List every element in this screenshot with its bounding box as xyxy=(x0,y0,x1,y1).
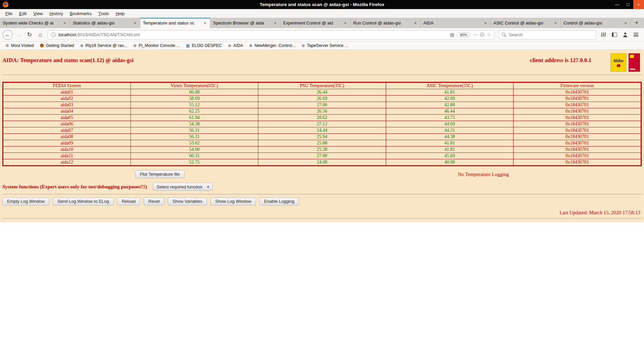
col-header-firmware: Firmware version xyxy=(514,82,641,89)
fee64-system-cell: aida12 xyxy=(3,159,131,166)
bookmark-label: Pi_Monitor Console ... xyxy=(139,43,180,48)
account-icon[interactable] xyxy=(621,30,630,40)
bookmark-rly16-service[interactable]: ⊕ Rly16 Service @ ras... xyxy=(77,42,130,50)
reader-mode-icon[interactable]: ▤ xyxy=(450,32,454,37)
tab-label: System wide Checks @ ai xyxy=(3,20,62,25)
empty-log-window-button[interactable]: Empty Log Window xyxy=(2,197,49,205)
tab-system-wide-checks[interactable]: System wide Checks @ ai × xyxy=(0,18,70,28)
fee64-system-cell: aida04 xyxy=(3,108,131,115)
reload-page-button[interactable]: Reload xyxy=(117,197,140,205)
bookmark-pi-monitor-console[interactable]: ⊕ Pi_Monitor Console ... xyxy=(130,42,182,50)
bookmark-label: NewMerger: Control... xyxy=(255,43,296,48)
site-info-icon[interactable]: i xyxy=(51,33,56,37)
back-button[interactable]: ← xyxy=(3,30,13,40)
tab-close-icon[interactable]: × xyxy=(413,21,418,25)
tab-label: Run Control @ aidas-gsi xyxy=(353,20,413,25)
virtex-temp-cell: 54.00 xyxy=(130,146,258,153)
tab-close-icon[interactable]: × xyxy=(553,21,558,25)
show-log-window-button[interactable]: Show Log Window xyxy=(210,197,256,205)
bookmark-getting-started[interactable]: Getting Started xyxy=(37,42,77,50)
search-input[interactable] xyxy=(509,32,593,37)
virtex-temp-cell: 53.62 xyxy=(130,140,258,146)
page-content: Midas AIDA: Temperature and status scan(… xyxy=(0,50,644,222)
menu-file[interactable]: File xyxy=(2,9,16,18)
globe-icon: ⊕ xyxy=(133,44,137,48)
firmware-cell: 0x18430701 xyxy=(514,140,641,146)
firmware-cell: 0x18430701 xyxy=(514,102,641,108)
menu-help[interactable]: Help xyxy=(112,9,128,18)
tab-close-icon[interactable]: × xyxy=(62,21,67,25)
asic-temp-cell: 43.75 xyxy=(386,115,514,121)
show-variables-button[interactable]: Show Variables xyxy=(168,197,207,205)
sidebar-toggle-icon[interactable] xyxy=(610,30,619,40)
close-button[interactable]: × xyxy=(633,0,644,9)
table-row: aida07 56.31 24.44 44.31 0x18430701 xyxy=(3,127,641,134)
tab-close-icon[interactable]: × xyxy=(483,21,488,25)
new-tab-button[interactable]: + xyxy=(631,18,642,28)
firmware-cell: 0x18430701 xyxy=(514,153,641,159)
function-select[interactable]: Select required function ▾ xyxy=(153,183,213,191)
fee64-system-cell: aida01 xyxy=(3,89,131,96)
maximize-button[interactable]: □ xyxy=(623,0,633,9)
tab-close-icon[interactable]: × xyxy=(273,21,277,25)
menu-bookmarks[interactable]: Bookmarks xyxy=(66,9,95,18)
page-actions-icon[interactable]: ⋯ xyxy=(473,32,477,37)
table-row: aida09 53.62 25.88 41.81 0x18430701 xyxy=(3,140,641,146)
tab-label: Control @ aidas-gsi xyxy=(564,20,623,25)
menu-view[interactable]: View xyxy=(30,9,46,18)
bookmark-newmerger-control[interactable]: ⊕ NewMerger: Control... xyxy=(247,42,298,50)
globe-icon: ⊕ xyxy=(80,44,84,48)
tab-spectrum-browser[interactable]: Spectrum Browser @ aida × xyxy=(210,18,280,28)
hamburger-menu-icon[interactable] xyxy=(631,30,641,40)
pocket-icon[interactable] xyxy=(480,33,484,37)
forward-button[interactable]: → xyxy=(13,30,24,40)
tab-bar: System wide Checks @ ai × Statistics @ a… xyxy=(0,18,644,28)
tab-aida[interactable]: AIDA × xyxy=(421,18,491,28)
send-log-window-to-elog-button[interactable]: Send Log Window to ELog xyxy=(53,197,114,205)
firmware-cell: 0x18430701 xyxy=(514,115,641,121)
asic-temp-cell: 41.81 xyxy=(386,89,514,96)
system-functions-label: System functions (Expert users only for … xyxy=(2,184,147,190)
tab-asic-control[interactable]: ASIC Control @ aidas-gsi × xyxy=(491,18,561,28)
enable-logging-button[interactable]: Enable Logging xyxy=(259,197,299,205)
tab-temperature-status-scan[interactable]: Temperature and status sc × xyxy=(140,18,210,28)
bookmark-tapeserver-service[interactable]: ⊕ TapeServer Service ... xyxy=(299,42,351,50)
fee64-system-cell: aida11 xyxy=(3,153,131,159)
bookmark-elog-despec[interactable]: ▦ ELOG DESPEC xyxy=(183,42,224,50)
bookmark-label: ELOG DESPEC xyxy=(192,43,222,48)
tab-close-icon[interactable]: × xyxy=(203,21,207,25)
tab-close-icon[interactable]: × xyxy=(132,21,137,25)
psu-temp-cell: 24.44 xyxy=(258,127,386,134)
tab-experiment-control[interactable]: Experiment Control @ aid × xyxy=(280,18,351,28)
tab-close-icon[interactable]: × xyxy=(343,21,347,25)
tab-close-icon[interactable]: × xyxy=(623,21,628,25)
plot-temperature-file-button[interactable]: Plot Temperature file xyxy=(135,170,184,178)
search-bar[interactable] xyxy=(498,30,596,40)
midas-logo-accent xyxy=(617,64,620,67)
tab-label: Statistics @ aidas-gsi xyxy=(73,20,132,25)
tab-statistics[interactable]: Statistics @ aidas-gsi × xyxy=(70,18,140,28)
bookmark-aida[interactable]: ⊕ AIDA xyxy=(225,42,246,50)
temperature-table: FEE64 System Virtex Temperature(65C) PSU… xyxy=(2,82,642,166)
reload-button[interactable]: ↻ xyxy=(24,30,35,40)
menu-edit[interactable]: Edit xyxy=(16,9,30,18)
url-bar[interactable]: i localhost:8015/AIDA/TSCAN/TSCAN.tml ▤ … xyxy=(48,30,494,40)
bookmark-star-icon[interactable]: ☆ xyxy=(487,32,491,37)
minimize-button[interactable]: — xyxy=(612,0,623,9)
asic-temp-cell: 44.31 xyxy=(386,127,514,134)
home-button[interactable]: ⌂ xyxy=(35,30,46,40)
tab-run-control[interactable]: Run Control @ aidas-gsi × xyxy=(351,18,421,28)
virtex-temp-cell: 52.75 xyxy=(130,159,258,166)
fee64-system-cell: aida10 xyxy=(3,146,131,153)
tab-control[interactable]: Control @ aidas-gsi × xyxy=(561,18,631,28)
navigation-bar: ← → ↻ ⌂ i localhost:8015/AIDA/TSCAN/TSCA… xyxy=(0,28,644,41)
zoom-level-indicator[interactable]: 80% xyxy=(457,32,470,38)
page-header: AIDA: Temperature and status scan(1.12) … xyxy=(2,50,642,64)
library-icon[interactable] xyxy=(599,30,608,40)
menu-tools[interactable]: Tools xyxy=(95,9,112,18)
menu-history[interactable]: History xyxy=(46,9,66,18)
table-row: aida11 60.31 27.00 45.69 0x18430701 xyxy=(3,153,641,159)
reset-button[interactable]: Reset xyxy=(144,197,164,205)
bookmarks-bar: ⚙ Most Visited Getting Started ⊕ Rly16 S… xyxy=(0,41,644,50)
bookmark-most-visited[interactable]: ⚙ Most Visited xyxy=(3,42,37,50)
